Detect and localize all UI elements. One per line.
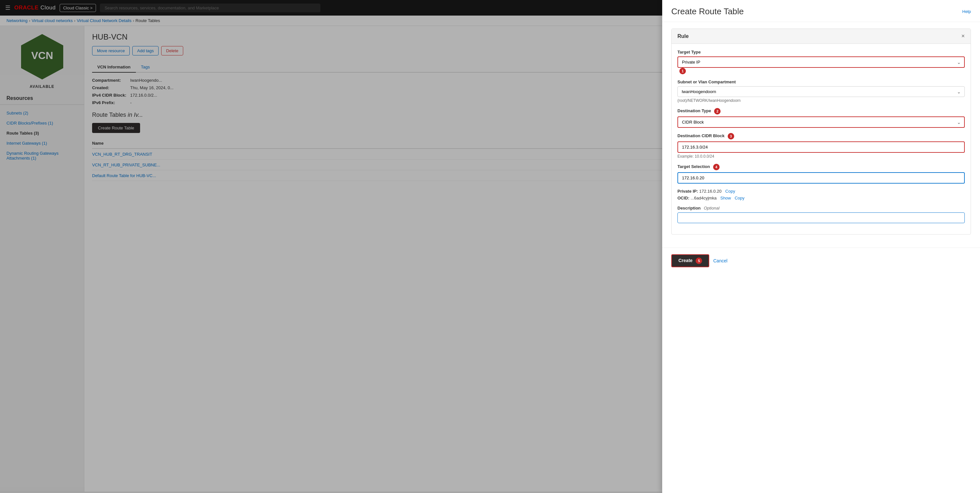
target-selection-input[interactable]	[678, 172, 965, 184]
destination-cidr-label: Destination CIDR Block 3	[678, 133, 965, 140]
modal-footer: Create 5 Cancel	[662, 248, 980, 274]
destination-cidr-example: Example: 10.0.0.0/24	[678, 154, 965, 159]
create-button[interactable]: Create 5	[671, 254, 709, 267]
target-selection-group: Target Selection 4	[678, 164, 965, 184]
subnet-vlan-group: Subnet or Vlan Compartment IwanHoogendoo…	[678, 80, 965, 103]
description-input[interactable]	[678, 212, 965, 223]
destination-type-select[interactable]: CIDR Block	[678, 116, 965, 128]
help-link[interactable]: Help	[962, 9, 971, 14]
rule-card-title: Rule	[678, 33, 689, 39]
destination-cidr-input[interactable]	[678, 142, 965, 153]
target-selection-label: Target Selection 4	[678, 164, 965, 170]
rule-body: Target Type Private IP 1 Subnet or Vlan …	[671, 44, 970, 234]
target-type-select[interactable]: Private IP	[678, 56, 965, 68]
destination-cidr-group: Destination CIDR Block 3 Example: 10.0.0…	[678, 133, 965, 159]
step-badge-5: 5	[695, 258, 702, 264]
destination-type-select-wrapper: CIDR Block	[678, 116, 965, 128]
description-group: Description Optional	[678, 206, 965, 223]
step-badge-1: 1	[679, 68, 686, 74]
copy-private-ip-link[interactable]: Copy	[725, 189, 735, 194]
subnet-vlan-path: (root)/NETWORK/IwanHoogendoorn	[678, 98, 965, 103]
description-label: Description Optional	[678, 206, 965, 210]
target-type-group: Target Type Private IP 1	[678, 49, 965, 74]
subnet-vlan-label: Subnet or Vlan Compartment	[678, 80, 965, 84]
destination-type-label: Destination Type 2	[678, 108, 965, 115]
subnet-vlan-select-wrapper: IwanHoogendoorn	[678, 86, 965, 97]
ocid-info: OCID: ...6ad4cyjmka Show Copy	[678, 196, 965, 200]
modal-title-bar: Create Route Table Help	[662, 0, 980, 22]
step-badge-2: 2	[714, 108, 721, 115]
rule-card: Rule × Target Type Private IP	[671, 29, 971, 234]
destination-type-group: Destination Type 2 CIDR Block	[678, 108, 965, 128]
rule-card-header: Rule ×	[671, 29, 970, 44]
modal-title: Create Route Table	[671, 6, 744, 16]
target-type-label: Target Type	[678, 49, 965, 54]
copy-ocid-link[interactable]: Copy	[735, 196, 744, 200]
private-ip-info: Private IP: 172.16.0.20 Copy	[678, 189, 965, 194]
step-badge-4: 4	[713, 164, 720, 170]
modal-panel: Create Route Table Help Rule × Target Ty…	[662, 0, 980, 493]
description-optional: Optional	[704, 206, 719, 210]
rule-close-button[interactable]: ×	[961, 33, 965, 40]
step-badge-3: 3	[728, 133, 734, 140]
modal-body: Rule × Target Type Private IP	[662, 22, 980, 248]
cancel-button[interactable]: Cancel	[713, 258, 727, 263]
show-ocid-link[interactable]: Show	[720, 196, 731, 200]
target-type-select-wrapper: Private IP	[678, 56, 965, 68]
subnet-vlan-select[interactable]: IwanHoogendoorn	[678, 86, 965, 97]
modal-overlay: Create Route Table Help Rule × Target Ty…	[0, 0, 980, 493]
